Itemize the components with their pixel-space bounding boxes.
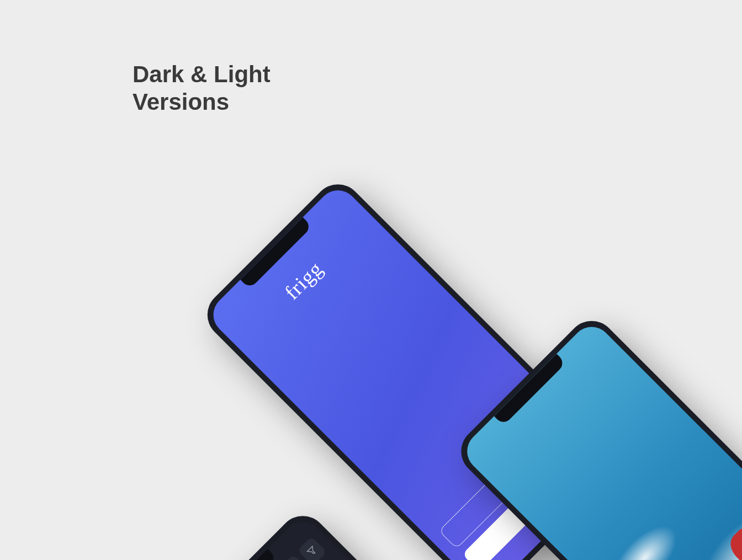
filter-button[interactable]	[298, 536, 327, 560]
notch	[205, 549, 277, 560]
filter-icon	[306, 545, 319, 558]
headline-line-2: Versions	[132, 89, 229, 115]
headline: Dark & Light Versions	[132, 61, 271, 116]
svg-marker-2	[307, 546, 317, 556]
surf-image	[571, 431, 742, 560]
headline-line-1: Dark & Light	[132, 61, 271, 87]
